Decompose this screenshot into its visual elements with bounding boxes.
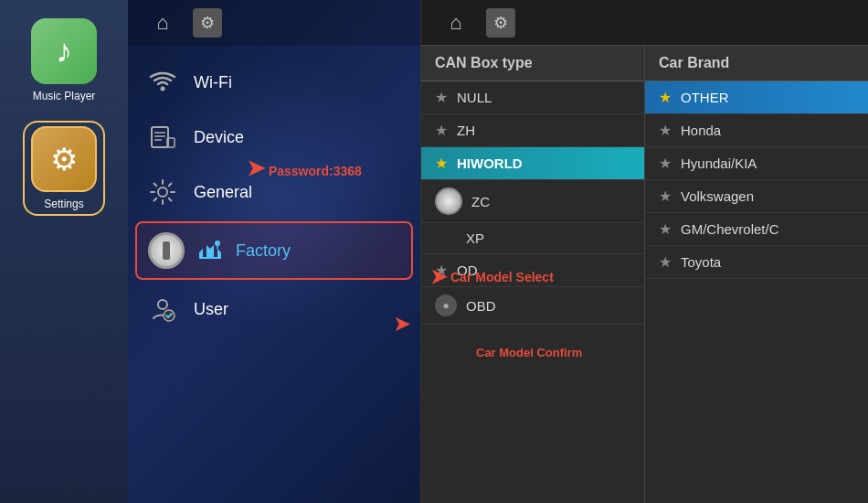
topbar-settings-button[interactable]: ⚙: [193, 8, 222, 37]
null-star-icon: ★: [435, 89, 448, 106]
music-player-label: Music Player: [33, 90, 96, 102]
can-item-hiworld[interactable]: ★ HIWORLD: [421, 147, 644, 180]
honda-label: Honda: [681, 123, 721, 138]
car-brand-header: Car Brand: [645, 46, 868, 81]
toyota-star-icon: ★: [659, 253, 672, 271]
xp-label: XP: [466, 230, 484, 246]
settings-label: Settings: [44, 198, 83, 210]
right-panel: ⌂ ⚙ ➤ Car Model Select Car Model Confirm…: [421, 0, 868, 503]
settings-icon-box: ⚙: [31, 126, 97, 192]
right-content: CAN Box type ★ NULL ★ ZH ★ HIWORLD ZC ➤: [421, 46, 868, 503]
wifi-icon: [146, 66, 179, 99]
can-item-zc[interactable]: ZC ➤: [421, 180, 644, 223]
middle-panel: ⌂ ⚙ Wi-Fi ➤: [128, 0, 420, 503]
volkswagen-star-icon: ★: [659, 187, 672, 205]
home-button[interactable]: ⌂: [146, 6, 179, 39]
menu-list: Wi-Fi ➤ Device: [128, 46, 420, 503]
car-brand-column: Car Brand ★ OTHER ★ Honda ★ Hyundai/KIA …: [645, 46, 868, 503]
menu-item-device[interactable]: ➤ Device: [128, 110, 420, 165]
svg-point-10: [158, 300, 167, 309]
general-icon: [146, 176, 179, 209]
menu-item-factory[interactable]: Factory: [135, 221, 413, 280]
honda-star-icon: ★: [659, 122, 672, 139]
can-item-od[interactable]: ★ OD: [421, 254, 644, 287]
svg-point-8: [215, 241, 220, 246]
general-label: General: [194, 183, 252, 202]
volkswagen-label: Volkswagen: [681, 188, 754, 204]
zh-label: ZH: [457, 123, 475, 138]
zc-label: ZC: [471, 194, 490, 209]
middle-topbar: ⌂ ⚙: [128, 0, 420, 46]
user-label: User: [194, 300, 228, 319]
music-player-app[interactable]: ♪ Music Player: [23, 18, 105, 102]
other-star-icon: ★: [659, 89, 672, 106]
factory-toggle[interactable]: [148, 232, 185, 269]
right-topbar: ⌂ ⚙: [421, 0, 868, 46]
svg-point-6: [158, 187, 167, 197]
wifi-label: Wi-Fi: [194, 73, 232, 92]
music-player-icon: ♪: [31, 18, 97, 84]
obd-icon: ●: [435, 294, 457, 316]
svg-rect-1: [152, 127, 168, 147]
brand-item-other[interactable]: ★ OTHER: [645, 81, 868, 114]
brand-item-gm[interactable]: ★ GM/Chevrolet/C: [645, 213, 868, 246]
menu-item-user[interactable]: User: [128, 282, 420, 337]
hiworld-label: HIWORLD: [457, 155, 523, 171]
right-home-button[interactable]: ⌂: [439, 6, 472, 39]
device-label: Device: [194, 128, 244, 147]
od-star-icon: ★: [435, 262, 448, 279]
brand-item-hyundai[interactable]: ★ Hyundai/KIA: [645, 147, 868, 180]
right-settings-button[interactable]: ⚙: [486, 8, 515, 37]
toyota-label: Toyota: [681, 254, 721, 270]
brand-item-toyota[interactable]: ★ Toyota: [645, 246, 868, 279]
factory-label: Factory: [236, 241, 291, 261]
can-item-obd[interactable]: ● OBD: [421, 287, 644, 325]
menu-item-general[interactable]: General: [128, 165, 420, 219]
gm-star-icon: ★: [659, 220, 672, 238]
other-label: OTHER: [681, 90, 729, 105]
zc-toggle[interactable]: [435, 187, 462, 215]
hyundai-star-icon: ★: [659, 155, 672, 172]
obd-label: OBD: [466, 298, 496, 314]
brand-item-honda[interactable]: ★ Honda: [645, 114, 868, 147]
can-item-null[interactable]: ★ NULL: [421, 81, 644, 114]
brand-item-volkswagen[interactable]: ★ Volkswagen: [645, 180, 868, 213]
settings-app[interactable]: ⚙ Settings: [23, 121, 105, 216]
null-label: NULL: [457, 90, 492, 105]
can-box-header: CAN Box type: [421, 46, 644, 81]
factory-icon: [194, 234, 227, 267]
zh-star-icon: ★: [435, 122, 448, 139]
svg-point-0: [161, 87, 165, 91]
hyundai-label: Hyundai/KIA: [681, 155, 757, 171]
can-box-column: CAN Box type ★ NULL ★ ZH ★ HIWORLD ZC ➤: [421, 46, 645, 503]
gm-label: GM/Chevrolet/C: [681, 221, 779, 237]
hiworld-star-icon: ★: [435, 155, 448, 172]
sidebar: ♪ Music Player ⚙ Settings: [0, 0, 128, 503]
can-item-xp[interactable]: XP: [421, 223, 644, 254]
device-icon: [146, 121, 179, 154]
menu-item-wifi[interactable]: Wi-Fi: [128, 55, 420, 110]
od-label: OD: [457, 262, 478, 278]
can-item-zh[interactable]: ★ ZH: [421, 114, 644, 147]
user-icon: [146, 293, 179, 326]
